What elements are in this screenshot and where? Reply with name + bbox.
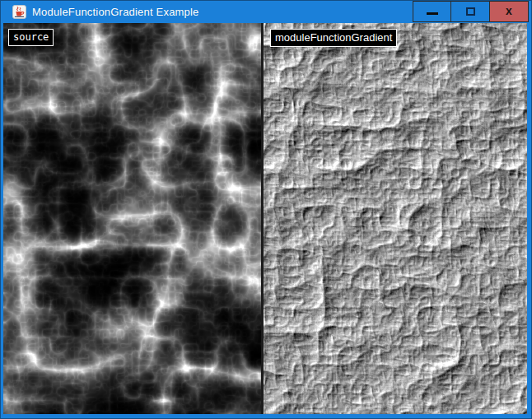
minimize-icon [427, 12, 438, 15]
close-button[interactable]: x [490, 1, 529, 22]
maximize-button[interactable] [451, 1, 490, 22]
source-label: source [8, 29, 54, 46]
maximize-icon [466, 7, 475, 16]
source-panel: source [3, 23, 261, 414]
source-image [3, 23, 261, 414]
java-coffee-cup-icon [12, 5, 26, 19]
module-function-gradient-image [264, 23, 527, 414]
minimize-button[interactable] [413, 1, 451, 22]
titlebar[interactable]: ModuleFunctionGradient Example x [0, 0, 532, 23]
window-controls: x [413, 1, 529, 22]
app-window: ModuleFunctionGradient Example x source … [0, 0, 532, 419]
gradient-panel: moduleFunctionGradient [264, 23, 527, 414]
gradient-label: moduleFunctionGradient [270, 29, 397, 47]
window-title: ModuleFunctionGradient Example [32, 6, 199, 18]
close-icon: x [506, 5, 512, 16]
image-viewport: source moduleFunctionGradient [3, 23, 527, 414]
